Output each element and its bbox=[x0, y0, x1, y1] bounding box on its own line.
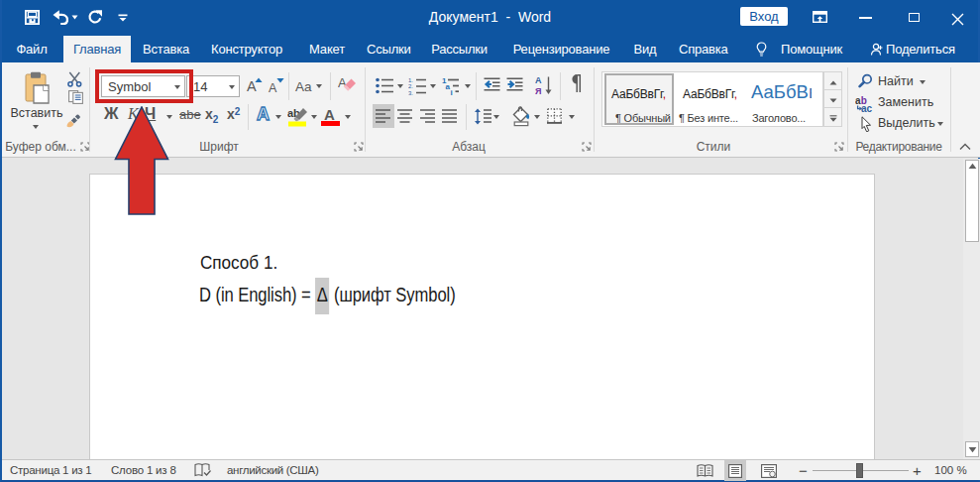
svg-text:Я: Я bbox=[535, 86, 541, 96]
svg-text:3.: 3. bbox=[408, 90, 413, 96]
svg-text:ac: ac bbox=[861, 103, 873, 113]
svg-text:1.: 1. bbox=[408, 77, 413, 83]
svg-text:i: i bbox=[451, 88, 453, 95]
svg-text:А: А bbox=[535, 75, 542, 85]
svg-text:2.: 2. bbox=[408, 83, 413, 89]
